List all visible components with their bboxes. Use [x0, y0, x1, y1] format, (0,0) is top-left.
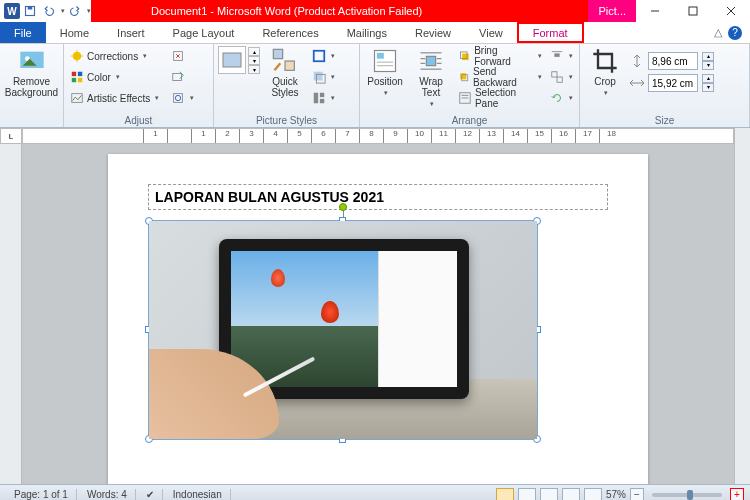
width-input[interactable]: 15,92 cm [648, 74, 698, 92]
undo-dropdown-icon[interactable]: ▾ [61, 7, 65, 15]
width-down[interactable]: ▾ [702, 83, 714, 92]
send-backward-button[interactable]: Send Backward▾ [456, 67, 544, 87]
status-language[interactable]: Indonesian [165, 489, 231, 500]
svg-rect-40 [460, 73, 466, 79]
corrections-button[interactable]: Corrections▾ [68, 46, 161, 66]
context-tab-label[interactable]: Pict... [588, 0, 636, 22]
zoom-slider[interactable] [652, 493, 722, 497]
style-gallery[interactable]: ▴▾▾ [218, 46, 260, 74]
group-label-picture-styles: Picture Styles [218, 114, 355, 127]
rotate-button[interactable]: ▾ [548, 88, 575, 108]
tab-file[interactable]: File [0, 22, 46, 43]
group-label-size: Size [584, 114, 745, 127]
group-background: Remove Background [0, 44, 64, 127]
ruler-toggle[interactable] [734, 128, 750, 144]
style-option[interactable] [218, 46, 246, 74]
svg-rect-47 [552, 72, 557, 77]
wrap-text-button[interactable]: Wrap Text▾ [410, 46, 452, 110]
rotate-icon [550, 91, 564, 105]
selected-picture[interactable] [148, 220, 538, 440]
save-icon[interactable] [21, 2, 39, 20]
rotate-handle[interactable] [339, 203, 347, 211]
ribbon-minimize-icon[interactable]: △ [714, 26, 722, 39]
tab-mailings[interactable]: Mailings [333, 22, 401, 43]
position-button[interactable]: Position▾ [364, 46, 406, 99]
width-spinner[interactable]: 15,92 cm ▴▾ [630, 74, 714, 92]
view-draft[interactable] [584, 488, 602, 501]
ruler-vertical[interactable] [0, 144, 22, 484]
quick-access-toolbar: W ▾ ▾ [0, 2, 91, 20]
undo-icon[interactable] [40, 2, 58, 20]
ruler-horizontal[interactable]: 1123456789101112131415161718 [22, 128, 734, 144]
picture-content [149, 221, 537, 439]
status-words[interactable]: Words: 4 [79, 489, 136, 500]
zoom-in-button[interactable]: + [730, 488, 744, 501]
redo-icon[interactable] [66, 2, 84, 20]
tab-format[interactable]: Format [517, 22, 584, 43]
help-icon[interactable]: ? [728, 26, 742, 40]
zoom-level[interactable]: 57% [606, 489, 626, 500]
height-down[interactable]: ▾ [702, 61, 714, 70]
svg-rect-20 [285, 61, 294, 70]
status-proofing-icon[interactable]: ✔ [138, 489, 163, 500]
tab-insert[interactable]: Insert [103, 22, 159, 43]
tab-references[interactable]: References [248, 22, 332, 43]
border-icon [312, 49, 326, 63]
word-app-icon[interactable]: W [4, 3, 20, 19]
color-button[interactable]: Color▾ [68, 67, 161, 87]
width-up[interactable]: ▴ [702, 74, 714, 83]
svg-rect-28 [377, 53, 384, 59]
view-outline[interactable] [562, 488, 580, 501]
status-page[interactable]: Page: 1 of 1 [6, 489, 77, 500]
svg-rect-31 [426, 56, 435, 65]
tab-page-layout[interactable]: Page Layout [159, 22, 249, 43]
quick-styles-icon [271, 47, 299, 75]
height-icon [630, 55, 644, 67]
picture-effects-button[interactable]: ▾ [310, 67, 337, 87]
reset-pic-button[interactable]: ▾ [169, 88, 196, 108]
maximize-button[interactable] [674, 0, 712, 22]
send-backward-icon [458, 70, 470, 84]
bring-forward-button[interactable]: Bring Forward▾ [456, 46, 544, 66]
height-up[interactable]: ▴ [702, 52, 714, 61]
height-spinner[interactable]: 8,96 cm ▴▾ [630, 52, 714, 70]
zoom-out-button[interactable]: − [630, 488, 644, 501]
group-arrange: Position▾ Wrap Text▾ Bring Forward▾ Send… [360, 44, 580, 127]
height-input[interactable]: 8,96 cm [648, 52, 698, 70]
ruler-corner[interactable]: L [0, 128, 22, 144]
heading-text-box[interactable]: LAPORAN BULAN AGUSTUS 2021 [148, 184, 608, 210]
svg-rect-12 [78, 78, 82, 82]
compress-pic-button[interactable] [169, 46, 196, 66]
tab-review[interactable]: Review [401, 22, 465, 43]
position-icon [371, 47, 399, 75]
group-size: Crop▾ 8,96 cm ▴▾ 15,92 cm ▴▾ Size [580, 44, 750, 127]
wrap-text-icon [417, 47, 445, 75]
picture-layout-button[interactable]: ▾ [310, 88, 337, 108]
reset-pic-icon [171, 91, 185, 105]
svg-rect-15 [173, 74, 182, 81]
quick-styles-button[interactable]: Quick Styles [264, 46, 306, 100]
change-pic-button[interactable] [169, 67, 196, 87]
view-full-screen[interactable] [518, 488, 536, 501]
view-print-layout[interactable] [496, 488, 514, 501]
zoom-thumb[interactable] [687, 490, 693, 500]
document-canvas[interactable]: LAPORAN BULAN AGUSTUS 2021 [22, 144, 734, 484]
align-button[interactable]: ▾ [548, 46, 575, 66]
view-web-layout[interactable] [540, 488, 558, 501]
compress-icon [171, 49, 185, 63]
svg-rect-46 [554, 53, 559, 57]
tab-view[interactable]: View [465, 22, 517, 43]
crop-button[interactable]: Crop▾ [584, 46, 626, 99]
remove-background-button[interactable]: Remove Background [4, 46, 59, 100]
svg-rect-10 [78, 72, 82, 76]
selection-pane-button[interactable]: Selection Pane [456, 88, 544, 108]
minimize-button[interactable] [636, 0, 674, 22]
vertical-scrollbar[interactable] [734, 144, 750, 484]
tab-home[interactable]: Home [46, 22, 103, 43]
svg-rect-1 [28, 7, 33, 10]
artistic-icon [70, 91, 84, 105]
group-objects-button[interactable]: ▾ [548, 67, 575, 87]
close-button[interactable] [712, 0, 750, 22]
picture-border-button[interactable]: ▾ [310, 46, 337, 66]
artistic-effects-button[interactable]: Artistic Effects▾ [68, 88, 161, 108]
